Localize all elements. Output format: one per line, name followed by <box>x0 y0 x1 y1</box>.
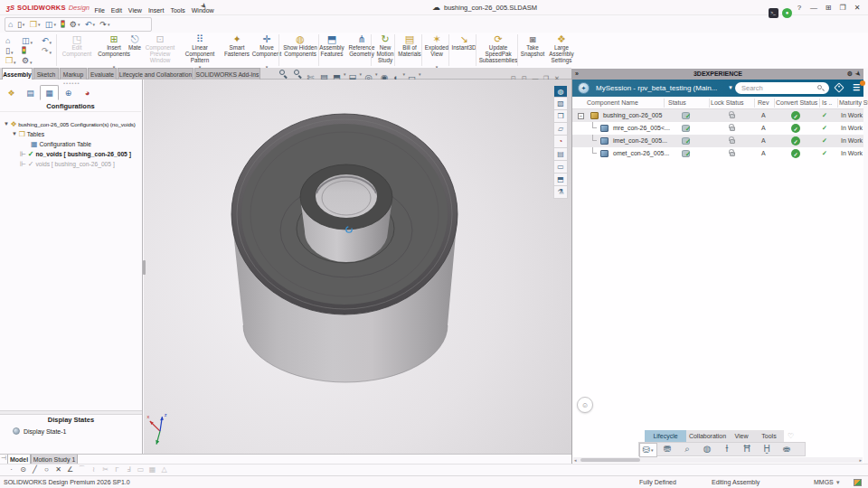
home-icon[interactable]: ⌂ <box>8 18 13 31</box>
session-title[interactable]: MySession - rpv_beta_testing (Main... <box>596 80 717 97</box>
open-icon[interactable]: ❒ <box>30 18 37 31</box>
tab-solidworks-addins[interactable]: SOLIDWORKS Add-Ins <box>194 68 260 80</box>
tab-sketch[interactable]: Sketch <box>33 68 59 80</box>
ribbon-take-snapshot[interactable]: ◙Take Snapshot <box>519 33 546 67</box>
tab-markup[interactable]: Markup <box>60 68 87 80</box>
component-row-omet[interactable]: omet_con-26_005... A ✓ In Work <box>572 147 863 160</box>
ribbon-assembly-features[interactable]: ⬒Assembly Features <box>316 33 347 67</box>
menu-tools[interactable]: Tools <box>167 3 188 18</box>
tag-icon[interactable] <box>834 82 844 92</box>
open-icon-small[interactable]: ❒▾ <box>5 56 17 69</box>
tab-lifecycle-collaboration[interactable]: Lifecycle and Collaboration <box>118 68 193 80</box>
traffic-light-icon[interactable] <box>61 18 65 31</box>
sketch-line-icon[interactable]: ╱ <box>29 465 41 475</box>
tab-lifecycle[interactable]: Lifecycle <box>645 430 686 442</box>
options-gear-icon-small[interactable]: ⚙▾ <box>22 56 33 69</box>
sketch-circle-icon[interactable]: ⊙ <box>17 465 29 475</box>
col-lock-status[interactable]: Lock Status <box>711 97 744 109</box>
tree-item-configuration-root[interactable]: ▼ ❖ bushing_con-26_005 Configuration(s) … <box>4 119 136 129</box>
lifecycle-explore-icon[interactable]: ⌕ <box>677 443 697 455</box>
task-custom-properties-icon[interactable]: ⬒ <box>553 174 568 186</box>
panel-pin-icon[interactable]: ➤ <box>853 69 864 80</box>
sketch-arc-icon[interactable]: ⌒ <box>76 465 88 475</box>
ribbon-exploded-view[interactable]: ✶Exploded View▾ <box>423 33 450 67</box>
task-file-explorer-icon[interactable]: ❒ <box>553 110 568 123</box>
lifecycle-replace-icon[interactable]: Ḫ <box>757 443 777 455</box>
sketch-polygon-icon[interactable]: △ <box>158 465 170 475</box>
lifecycle-structure-icon[interactable]: Ħ <box>737 443 757 455</box>
ribbon-update-speedpak[interactable]: ⟳Update SpeedPak Subassemblies <box>477 33 519 67</box>
tree-item-tables[interactable]: ▼ ❒ Tables <box>12 129 44 139</box>
tree-item-voids[interactable]: ⊩ ✓ voids [ bushing_con-26_005 ] <box>20 159 115 169</box>
sketch-slot-icon[interactable]: ▭ <box>135 465 146 475</box>
display-state-item[interactable]: Display State-1 <box>13 427 66 435</box>
task-design-library-icon[interactable]: ▧ <box>553 98 568 110</box>
ribbon-linear-pattern[interactable]: ⠿Linear Component Pattern▾ <box>177 33 222 67</box>
menu-file[interactable]: File <box>91 3 108 18</box>
ribbon-large-assembly-settings[interactable]: ❖Large Assembly Settings <box>546 33 577 67</box>
tab-display-manager[interactable]: ◕ <box>78 85 97 100</box>
display-states-splitter[interactable] <box>0 410 142 415</box>
panel-hscrollbar[interactable]: ◂▸ <box>573 457 863 463</box>
col-component-name[interactable]: Component Name <box>587 97 638 109</box>
tab-splitter-icon[interactable]: ⊣ <box>1 455 6 462</box>
component-row-mre[interactable]: mre_con-26_005<... A ✓ In Work <box>572 122 863 135</box>
task-simulation-icon[interactable]: ⚗ <box>553 186 568 199</box>
status-units[interactable]: MMGS <box>814 476 834 488</box>
col-rev[interactable]: Rev <box>758 97 769 109</box>
component-row-bushing[interactable]: − bushing_con-26_005 A ✓ In Work <box>572 109 863 122</box>
sketch-ellipse-icon[interactable]: ○ <box>41 465 52 475</box>
col-convert-status[interactable]: Convert Status <box>776 97 817 109</box>
lifecycle-history-icon[interactable]: ⛂ <box>777 443 797 455</box>
search-input[interactable] <box>735 82 829 94</box>
component-row-imet[interactable]: imet_con-26_005... A ✓ In Work <box>572 135 863 147</box>
tab-assembly[interactable]: Assembly <box>2 68 33 80</box>
ribbon-bill-of-materials[interactable]: ▤Bill of Materials <box>396 33 423 67</box>
lifecycle-db-icon[interactable]: ⛃ <box>657 443 677 455</box>
home-icon-small[interactable]: ⌂ <box>5 36 10 45</box>
panel-gear-icon[interactable]: ⚙ <box>847 69 853 80</box>
lifecycle-save-icon[interactable]: ⛁▾ <box>639 443 657 457</box>
scroll-right-arrow[interactable]: ▸ <box>859 457 862 463</box>
expand-toggle[interactable]: − <box>578 113 584 119</box>
tab-dimxpert-manager[interactable]: ⊕ <box>59 85 78 100</box>
redo-icon[interactable]: ↷ <box>99 18 107 31</box>
sketch-angle-icon[interactable]: ∠ <box>64 465 76 475</box>
connection-status-icon[interactable]: ● <box>782 8 792 18</box>
traffic-light-icon-small[interactable] <box>22 46 26 55</box>
options-gear-icon[interactable]: ⚙ <box>70 18 77 31</box>
favorites-heart-icon[interactable]: ♡ <box>788 430 794 442</box>
tab-view[interactable]: View <box>729 430 754 442</box>
platform-console-icon[interactable]: >_ <box>769 8 778 18</box>
tab-evaluate[interactable]: Evaluate <box>88 68 117 80</box>
undo-icon[interactable]: ↶ <box>85 18 92 31</box>
task-scenes-icon[interactable]: ▤ <box>553 148 568 161</box>
sketch-spline-icon[interactable]: ≀ <box>88 465 99 475</box>
tree-item-configuration-table[interactable]: ▦ Configuration Table <box>31 139 91 149</box>
ribbon-mate[interactable]: ⎋Mate <box>126 33 144 67</box>
tab-tools[interactable]: Tools <box>754 430 784 442</box>
panel-menu-icon[interactable]: ☰ <box>853 80 860 97</box>
sketch-grid-icon[interactable]: ▦ <box>146 465 158 475</box>
graphics-viewport[interactable]: x z <box>144 80 571 454</box>
help-button[interactable]: ? <box>792 2 807 14</box>
sketch-cross-icon[interactable]: ✕ <box>52 465 64 475</box>
redo-icon-small[interactable]: ↷▾ <box>42 46 52 59</box>
tab-featuremanager-tree[interactable]: ❖ <box>2 85 21 100</box>
panel-splitter-handle[interactable] <box>143 260 146 275</box>
layout-button[interactable]: ⊞ <box>821 2 835 14</box>
sketch-corner-icon[interactable]: Γ <box>111 465 123 475</box>
search-icon[interactable] <box>817 85 822 89</box>
ribbon-instant3d[interactable]: ↘Instant3D <box>450 33 477 67</box>
ribbon-smart-fasteners[interactable]: ✦Smart Fasteners <box>221 33 253 67</box>
panel-collapse-icon[interactable]: » <box>575 69 579 80</box>
restore-button[interactable]: ❐ <box>835 2 850 14</box>
task-monitor-icon[interactable]: ▭ <box>553 161 568 174</box>
tab-configuration-manager[interactable]: ▦ <box>40 85 59 100</box>
col-status[interactable]: Status <box>668 97 686 109</box>
assistant-icon[interactable]: ☺ <box>577 397 593 413</box>
sketch-corner2-icon[interactable]: Ⅎ <box>123 465 135 475</box>
save-icon[interactable]: ◫ <box>45 18 53 31</box>
session-dropdown-icon[interactable]: ▼ <box>728 80 733 97</box>
units-dropdown-icon[interactable]: ▾ <box>836 476 840 488</box>
